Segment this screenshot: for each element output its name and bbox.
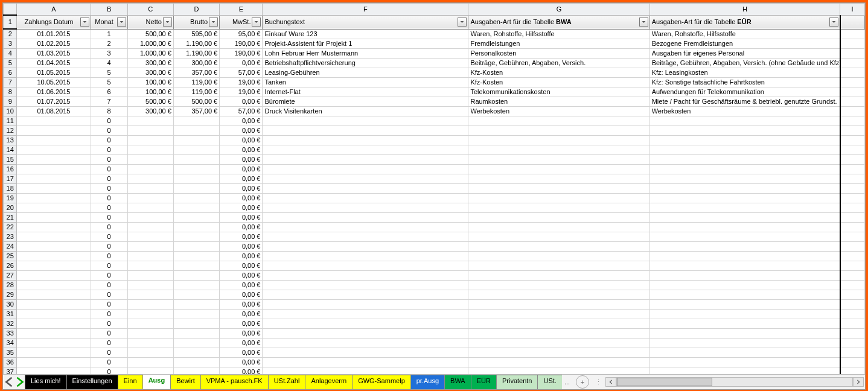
cell[interactable] [127, 232, 173, 242]
cell[interactable]: 300,00 € [127, 107, 173, 116]
column-header-D[interactable]: D [173, 4, 219, 16]
cell[interactable] [649, 242, 840, 252]
cell[interactable] [263, 348, 468, 358]
cell[interactable] [127, 223, 173, 232]
cell[interactable] [468, 310, 649, 319]
cell[interactable] [17, 339, 91, 348]
cell[interactable] [468, 261, 649, 271]
row-header[interactable]: 15 [4, 155, 17, 165]
cell[interactable] [840, 97, 865, 107]
cell[interactable]: 5 [91, 68, 127, 78]
cell[interactable] [840, 145, 865, 155]
cell[interactable] [263, 203, 468, 213]
cell[interactable] [173, 232, 219, 242]
column-filter-header[interactable]: Netto [127, 15, 173, 29]
cell[interactable] [468, 145, 649, 155]
cell[interactable] [840, 68, 865, 78]
cell[interactable] [263, 261, 468, 271]
cell[interactable]: 0 [91, 165, 127, 174]
cell[interactable]: 0,00 € [220, 213, 263, 223]
cell[interactable] [127, 367, 173, 375]
cell[interactable]: 01.08.2015 [17, 107, 91, 116]
sheet-tab[interactable]: EÜR [471, 375, 497, 389]
cell[interactable] [649, 165, 840, 174]
row-header[interactable]: 6 [4, 68, 17, 78]
cell[interactable] [127, 358, 173, 367]
cell[interactable] [127, 348, 173, 358]
row-header[interactable]: 8 [4, 87, 17, 97]
cell[interactable] [127, 242, 173, 252]
cell[interactable] [263, 367, 468, 375]
cell[interactable]: 0 [91, 203, 127, 213]
cell[interactable]: 119,00 € [173, 87, 219, 97]
cell[interactable] [468, 339, 649, 348]
cell[interactable] [649, 174, 840, 184]
cell[interactable]: 01.07.2015 [17, 97, 91, 107]
cell[interactable] [127, 174, 173, 184]
cell[interactable] [17, 271, 91, 281]
cell[interactable]: 0 [91, 136, 127, 145]
cell[interactable] [840, 155, 865, 165]
sheet-tab[interactable]: Einn [118, 375, 143, 389]
cell[interactable]: 0,00 € [220, 165, 263, 174]
filter-dropdown-icon[interactable] [209, 17, 218, 27]
cell[interactable]: 0,00 € [220, 358, 263, 367]
row-header[interactable]: 3 [4, 39, 17, 49]
select-all-corner[interactable] [4, 4, 17, 16]
cell[interactable] [173, 213, 219, 223]
row-header[interactable]: 37 [4, 367, 17, 375]
cell[interactable] [649, 329, 840, 339]
scroll-left-arrow[interactable] [605, 377, 616, 387]
cell[interactable] [468, 348, 649, 358]
cell[interactable] [17, 300, 91, 310]
cell[interactable] [17, 174, 91, 184]
cell[interactable] [173, 242, 219, 252]
cell[interactable]: 357,00 € [173, 68, 219, 78]
cell[interactable] [17, 184, 91, 194]
cell[interactable] [127, 213, 173, 223]
cell[interactable]: 500,00 € [173, 97, 219, 107]
cell[interactable]: 0 [91, 126, 127, 136]
cell[interactable] [468, 155, 649, 165]
cell[interactable]: 0 [91, 358, 127, 367]
cell[interactable]: 0,00 € [220, 223, 263, 232]
column-filter-header[interactable]: Ausgaben-Art für die Tabelle EÜR [649, 15, 840, 29]
cell[interactable]: 0,00 € [220, 261, 263, 271]
cell[interactable] [468, 290, 649, 300]
row-header[interactable]: 10 [4, 107, 17, 116]
cell[interactable] [649, 213, 840, 223]
cell[interactable] [468, 184, 649, 194]
cell[interactable]: 8 [91, 107, 127, 116]
cell[interactable]: Fremdleistungen [468, 39, 649, 49]
cell[interactable] [649, 116, 840, 126]
cell[interactable] [263, 136, 468, 145]
sheet-tab[interactable]: VPMA - pausch.FK [200, 375, 269, 389]
cell[interactable]: 0 [91, 281, 127, 290]
cell[interactable]: 0 [91, 223, 127, 232]
row-header[interactable]: 2 [4, 29, 17, 39]
cell[interactable] [649, 290, 840, 300]
cell[interactable] [17, 136, 91, 145]
cell[interactable] [263, 281, 468, 290]
sheet-tab[interactable]: Privatentn [496, 375, 538, 389]
cell[interactable]: Raumkosten [468, 97, 649, 107]
cell[interactable]: 19,00 € [220, 87, 263, 97]
cell[interactable]: Werbekosten [649, 107, 840, 116]
cell[interactable]: 100,00 € [127, 87, 173, 97]
cell[interactable] [840, 203, 865, 213]
cell[interactable] [840, 116, 865, 126]
row-header[interactable]: 32 [4, 319, 17, 329]
cell[interactable]: 0,00 € [220, 281, 263, 290]
row-header[interactable]: 13 [4, 136, 17, 145]
cell[interactable]: Kfz: Sonstige tatsächliche Fahrtkosten [649, 78, 840, 87]
cell[interactable] [840, 165, 865, 174]
cell[interactable]: 0 [91, 116, 127, 126]
cell[interactable] [173, 348, 219, 358]
cell[interactable]: 0,00 € [220, 97, 263, 107]
cell[interactable] [173, 184, 219, 194]
cell[interactable]: Waren, Rohstoffe, Hilfsstoffe [649, 29, 840, 39]
cell[interactable] [173, 310, 219, 319]
cell[interactable]: 0 [91, 339, 127, 348]
cell[interactable] [840, 271, 865, 281]
cell[interactable] [840, 329, 865, 339]
